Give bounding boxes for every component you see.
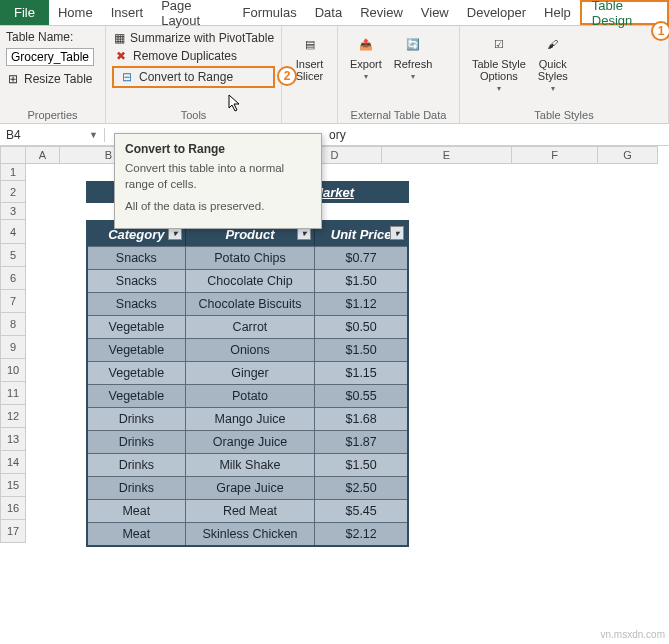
cell-cat[interactable]: Drinks [88, 431, 186, 453]
cell-prod[interactable]: Skinless Chicken [186, 523, 316, 545]
row-header[interactable]: 10 [0, 359, 26, 382]
row-header[interactable]: 5 [0, 244, 26, 267]
filter-dropdown-icon[interactable]: ▾ [390, 226, 404, 240]
cell-cat[interactable]: Vegetable [88, 385, 186, 407]
remove-dupes-icon: ✖ [114, 49, 128, 63]
cell-cat[interactable]: Vegetable [88, 316, 186, 338]
cell-cat[interactable]: Meat [88, 523, 186, 545]
col-header-a[interactable]: A [26, 146, 60, 164]
cell-price[interactable]: $1.12 [315, 293, 407, 315]
tab-table-design[interactable]: Table Design 1 [580, 0, 669, 25]
summarize-pivot-button[interactable]: ▦ Summarize with PivotTable [112, 30, 275, 46]
cell-price[interactable]: $0.50 [315, 316, 407, 338]
cell-prod[interactable]: Chocolate Chip [186, 270, 316, 292]
tab-home[interactable]: Home [49, 0, 102, 25]
row-header[interactable]: 4 [0, 220, 26, 244]
row-header[interactable]: 13 [0, 428, 26, 451]
formula-bar-text[interactable]: ory [323, 128, 352, 142]
refresh-button[interactable]: 🔄 Refresh ▾ [388, 30, 439, 83]
table-row[interactable]: VegetableOnions$1.50 [88, 338, 407, 361]
col-header-g[interactable]: G [598, 146, 658, 164]
cell-cat[interactable]: Snacks [88, 293, 186, 315]
table-style-options-button[interactable]: ☑ Table Style Options ▾ [466, 30, 532, 95]
cell-prod[interactable]: Ginger [186, 362, 316, 384]
cell-price[interactable]: $1.50 [315, 454, 407, 476]
row-header[interactable]: 7 [0, 290, 26, 313]
cell-price[interactable]: $5.45 [315, 500, 407, 522]
table-row[interactable]: SnacksPotato Chips$0.77 [88, 246, 407, 269]
row-header[interactable]: 14 [0, 451, 26, 474]
row-header[interactable]: 6 [0, 267, 26, 290]
cell-price[interactable]: $1.50 [315, 339, 407, 361]
row-header[interactable]: 12 [0, 405, 26, 428]
table-row[interactable]: SnacksChocolate Biscuits$1.12 [88, 292, 407, 315]
cell-price[interactable]: $0.55 [315, 385, 407, 407]
tab-insert[interactable]: Insert [102, 0, 153, 25]
cell-prod[interactable]: Orange Juice [186, 431, 316, 453]
table-row[interactable]: MeatRed Meat$5.45 [88, 499, 407, 522]
row-header[interactable]: 3 [0, 203, 26, 220]
cell-prod[interactable]: Chocolate Biscuits [186, 293, 316, 315]
file-tab[interactable]: File [0, 0, 49, 25]
cell-cat[interactable]: Snacks [88, 270, 186, 292]
row-header[interactable]: 11 [0, 382, 26, 405]
cell-price[interactable]: $1.87 [315, 431, 407, 453]
row-header[interactable]: 17 [0, 520, 26, 543]
resize-table-button[interactable]: ⊞ Resize Table [6, 72, 99, 86]
cell-cat[interactable]: Drinks [88, 454, 186, 476]
cell-prod[interactable]: Onions [186, 339, 316, 361]
export-button[interactable]: 📤 Export ▾ [344, 30, 388, 83]
cell-prod[interactable]: Red Meat [186, 500, 316, 522]
row-header[interactable]: 1 [0, 164, 26, 181]
header-unit-price[interactable]: Unit Price ▾ [315, 222, 407, 246]
cell-price[interactable]: $1.68 [315, 408, 407, 430]
cell-prod[interactable]: Mango Juice [186, 408, 316, 430]
cell-price[interactable]: $0.77 [315, 247, 407, 269]
remove-duplicates-button[interactable]: ✖ Remove Duplicates [112, 48, 275, 64]
cell-prod[interactable]: Grape Juice [186, 477, 316, 499]
cell-prod[interactable]: Milk Shake [186, 454, 316, 476]
tab-help[interactable]: Help [535, 0, 580, 25]
cell-prod[interactable]: Potato Chips [186, 247, 316, 269]
cell-cat[interactable]: Vegetable [88, 339, 186, 361]
row-header[interactable]: 15 [0, 474, 26, 497]
tab-developer[interactable]: Developer [458, 0, 535, 25]
cell-cat[interactable]: Snacks [88, 247, 186, 269]
tab-page-layout[interactable]: Page Layout [152, 0, 233, 25]
col-header-f[interactable]: F [512, 146, 598, 164]
table-row[interactable]: VegetablePotato$0.55 [88, 384, 407, 407]
col-header-e[interactable]: E [382, 146, 512, 164]
row-header[interactable]: 9 [0, 336, 26, 359]
tab-formulas[interactable]: Formulas [234, 0, 306, 25]
cell-cat[interactable]: Vegetable [88, 362, 186, 384]
table-row[interactable]: DrinksMango Juice$1.68 [88, 407, 407, 430]
cell-cat[interactable]: Meat [88, 500, 186, 522]
slicer-icon: ▤ [298, 32, 322, 56]
cell-price[interactable]: $1.50 [315, 270, 407, 292]
cell-price[interactable]: $2.12 [315, 523, 407, 545]
table-row[interactable]: DrinksMilk Shake$1.50 [88, 453, 407, 476]
table-row[interactable]: DrinksGrape Juice$2.50 [88, 476, 407, 499]
tab-data[interactable]: Data [306, 0, 351, 25]
tab-view[interactable]: View [412, 0, 458, 25]
convert-to-range-button[interactable]: ⊟ Convert to Range 2 [112, 66, 275, 88]
table-row[interactable]: VegetableCarrot$0.50 [88, 315, 407, 338]
cell-price[interactable]: $2.50 [315, 477, 407, 499]
quick-styles-button[interactable]: 🖌 Quick Styles ▾ [532, 30, 574, 95]
cell-prod[interactable]: Carrot [186, 316, 316, 338]
row-header[interactable]: 16 [0, 497, 26, 520]
table-name-input[interactable] [6, 48, 94, 66]
cell-price[interactable]: $1.15 [315, 362, 407, 384]
table-row[interactable]: SnacksChocolate Chip$1.50 [88, 269, 407, 292]
name-box[interactable]: B4 ▼ [0, 128, 105, 142]
cell-prod[interactable]: Potato [186, 385, 316, 407]
select-all-corner[interactable] [0, 146, 26, 164]
cell-cat[interactable]: Drinks [88, 408, 186, 430]
table-row[interactable]: MeatSkinless Chicken$2.12 [88, 522, 407, 545]
tab-review[interactable]: Review [351, 0, 412, 25]
cell-cat[interactable]: Drinks [88, 477, 186, 499]
row-header[interactable]: 2 [0, 181, 26, 203]
table-row[interactable]: VegetableGinger$1.15 [88, 361, 407, 384]
table-row[interactable]: DrinksOrange Juice$1.87 [88, 430, 407, 453]
row-header[interactable]: 8 [0, 313, 26, 336]
